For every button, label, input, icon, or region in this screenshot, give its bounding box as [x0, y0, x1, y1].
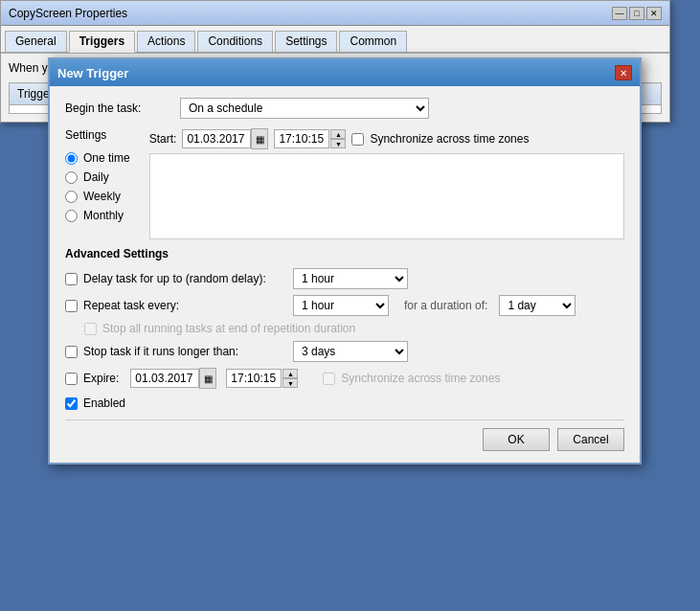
enabled-checkbox[interactable]	[65, 397, 78, 410]
radio-monthly[interactable]: Monthly	[65, 209, 130, 222]
delay-label: Delay task for up to (random delay):	[83, 272, 266, 285]
expire-sync-checkbox	[323, 373, 335, 385]
expire-date-field: 01.03.2017 ▦	[130, 368, 216, 389]
expire-time-field: 17:10:15 ▲ ▼	[226, 369, 298, 388]
start-time-down[interactable]: ▼	[330, 139, 346, 148]
stop-running-label-wrapper[interactable]: Stop all running tasks at end of repetit…	[84, 322, 624, 335]
dialog-title-bar: New Trigger ✕	[50, 59, 640, 86]
enabled-row: Enabled	[65, 396, 624, 410]
radio-daily-label: Daily	[83, 170, 109, 184]
expire-sync-label: Synchronize across time zones	[341, 372, 500, 385]
close-button[interactable]: ✕	[646, 7, 662, 20]
radio-onetime-label: One time	[83, 151, 130, 165]
tab-common[interactable]: Common	[339, 31, 407, 53]
ok-button[interactable]: OK	[483, 428, 550, 451]
begin-task-select[interactable]: On a schedule	[180, 98, 429, 119]
duration-label: for a duration of:	[404, 299, 487, 312]
maximize-button[interactable]: □	[629, 7, 644, 20]
start-time-spinner: ▲ ▼	[330, 129, 346, 148]
radio-group: One time Daily Weekly Monthly	[65, 147, 130, 226]
expire-checkbox[interactable]	[65, 373, 78, 385]
settings-left: Settings One time Daily Weekly	[65, 128, 130, 239]
repeat-label: Repeat task every:	[83, 299, 179, 312]
tab-triggers[interactable]: Triggers	[69, 31, 135, 53]
start-date-cal-button[interactable]: ▦	[251, 128, 268, 149]
repeat-select[interactable]: 1 hour	[293, 295, 389, 316]
radio-onetime[interactable]: One time	[65, 151, 130, 165]
begin-task-row: Begin the task: On a schedule	[65, 98, 624, 119]
settings-label: Settings	[65, 128, 130, 142]
sync-label: Synchronize across time zones	[370, 132, 529, 146]
start-time-input[interactable]: 17:10:15	[274, 129, 329, 148]
radio-weekly[interactable]: Weekly	[65, 190, 130, 203]
enabled-label-wrapper[interactable]: Enabled	[65, 396, 125, 410]
start-time-field: 17:10:15 ▲ ▼	[274, 129, 346, 148]
one-time-settings-area	[149, 153, 624, 239]
advanced-settings: Advanced Settings Delay task for up to (…	[65, 247, 624, 410]
start-date-field: 01.03.2017 ▦	[182, 128, 268, 149]
minimize-button[interactable]: —	[612, 7, 627, 20]
repeat-checkbox[interactable]	[65, 300, 78, 312]
expire-row: Expire: 01.03.2017 ▦ 17:10:15 ▲ ▼ Synchr…	[65, 368, 624, 389]
tab-settings[interactable]: Settings	[275, 31, 337, 53]
delay-select[interactable]: 1 hour	[293, 268, 408, 289]
expire-time-spinner: ▲ ▼	[282, 369, 298, 388]
tab-conditions[interactable]: Conditions	[197, 31, 273, 53]
stop-longer-checkbox[interactable]	[65, 346, 78, 358]
begin-task-label: Begin the task:	[65, 102, 180, 115]
radio-weekly-label: Weekly	[83, 190, 121, 203]
settings-right: Start: 01.03.2017 ▦ 17:10:15 ▲ ▼	[149, 128, 624, 239]
expire-date-cal-button[interactable]: ▦	[199, 368, 216, 389]
expire-date-input[interactable]: 01.03.2017	[130, 369, 199, 388]
delay-checkbox[interactable]	[65, 273, 78, 285]
tab-general[interactable]: General	[5, 31, 67, 53]
expire-time-input[interactable]: 17:10:15	[226, 369, 282, 388]
dialog-buttons: OK Cancel	[65, 419, 624, 451]
sync-checkbox-row[interactable]: Synchronize across time zones	[351, 132, 529, 146]
new-trigger-dialog: New Trigger ✕ Begin the task: On a sched…	[48, 57, 642, 464]
tab-actions[interactable]: Actions	[137, 31, 195, 53]
stop-running-row: Stop all running tasks at end of repetit…	[84, 322, 624, 335]
expire-label-wrapper[interactable]: Expire:	[65, 372, 119, 385]
repeat-row: Repeat task every: 1 hour for a duration…	[65, 295, 624, 316]
repeat-label-wrapper[interactable]: Repeat task every:	[65, 299, 285, 312]
dialog-close-button[interactable]: ✕	[615, 65, 632, 80]
settings-area: Settings One time Daily Weekly	[65, 128, 624, 239]
dialog-body: Begin the task: On a schedule Settings O…	[50, 86, 640, 463]
advanced-title: Advanced Settings	[65, 247, 624, 260]
start-label: Start:	[149, 132, 177, 146]
sync-checkbox[interactable]	[351, 133, 364, 146]
expire-label: Expire:	[83, 372, 119, 385]
duration-select[interactable]: 1 day	[499, 295, 576, 316]
expire-time-up[interactable]: ▲	[282, 369, 298, 378]
window-title: CopyScreen Properties	[9, 7, 127, 20]
title-bar-buttons: — □ ✕	[612, 7, 662, 20]
stop-running-label: Stop all running tasks at end of repetit…	[102, 322, 355, 335]
title-bar: CopyScreen Properties — □ ✕	[1, 1, 669, 26]
tab-bar: General Triggers Actions Conditions Sett…	[1, 26, 669, 54]
enabled-label: Enabled	[83, 396, 125, 410]
stop-longer-label-wrapper[interactable]: Stop task if it runs longer than:	[65, 345, 285, 358]
expire-sync-label-wrapper[interactable]: Synchronize across time zones	[323, 372, 500, 385]
radio-monthly-label: Monthly	[83, 209, 124, 222]
expire-time-down[interactable]: ▼	[282, 378, 298, 388]
start-time-up[interactable]: ▲	[330, 129, 346, 139]
dialog-title: New Trigger	[57, 66, 128, 80]
radio-daily[interactable]: Daily	[65, 170, 130, 184]
cancel-button[interactable]: Cancel	[557, 428, 624, 451]
stop-running-checkbox	[84, 323, 97, 335]
start-date-input[interactable]: 01.03.2017	[182, 129, 251, 148]
stop-longer-select[interactable]: 3 days	[293, 341, 408, 362]
start-row: Start: 01.03.2017 ▦ 17:10:15 ▲ ▼	[149, 128, 624, 149]
delay-label-wrapper[interactable]: Delay task for up to (random delay):	[65, 272, 285, 285]
delay-row: Delay task for up to (random delay): 1 h…	[65, 268, 624, 289]
stop-longer-label: Stop task if it runs longer than:	[83, 345, 238, 358]
stop-longer-row: Stop task if it runs longer than: 3 days	[65, 341, 624, 362]
